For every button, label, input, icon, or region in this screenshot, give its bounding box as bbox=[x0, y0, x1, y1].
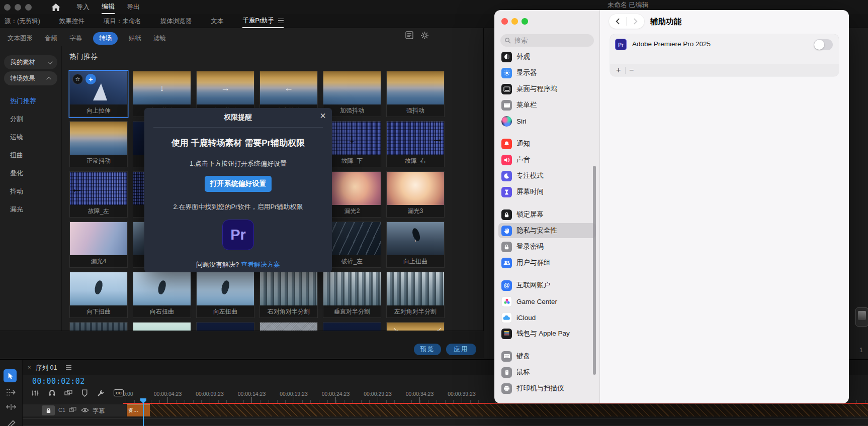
close-window-icon[interactable] bbox=[4, 4, 11, 11]
settings-sidebar-item-icloud[interactable]: iCloud bbox=[498, 310, 596, 325]
settings-sidebar-item-desktop-dock[interactable]: 桌面与程序坞 bbox=[498, 81, 596, 96]
transition-card[interactable]: 垂直对半分割 bbox=[323, 272, 381, 318]
transition-card[interactable]: ↓向下扭曲 bbox=[69, 272, 128, 318]
add-plus-icon[interactable]: + bbox=[85, 74, 96, 84]
panel-tab[interactable]: 源：(无剪辑) bbox=[5, 14, 40, 28]
top-menu-item[interactable]: 导出 bbox=[127, 1, 140, 14]
mac-minimize-icon[interactable] bbox=[511, 18, 518, 25]
search-input[interactable] bbox=[513, 36, 579, 45]
close-icon[interactable]: × bbox=[320, 110, 326, 122]
settings-sidebar-item-login-password[interactable]: 登录密码 bbox=[498, 239, 596, 254]
transition-card[interactable] bbox=[69, 322, 128, 331]
settings-sidebar-item-internet-accounts[interactable]: @互联网账户 bbox=[498, 278, 596, 293]
add-app-button[interactable]: + bbox=[616, 65, 621, 75]
reading-list-icon[interactable] bbox=[405, 31, 413, 40]
settings-sidebar-item-displays[interactable]: 显示器 bbox=[498, 65, 596, 80]
panel-menu-icon[interactable] bbox=[278, 19, 284, 23]
timeline-settings-icon[interactable] bbox=[31, 389, 40, 397]
transition-card[interactable]: 强抖动 bbox=[386, 71, 445, 117]
transition-card[interactable]: ☆+向上拉伸 bbox=[69, 71, 128, 117]
sidebar-section-my-assets[interactable]: 我的素材 bbox=[4, 55, 57, 69]
plugin-subtab[interactable]: 贴纸 bbox=[128, 32, 142, 45]
settings-sidebar-item-sound[interactable]: 声音 bbox=[498, 152, 596, 167]
transition-card[interactable]: →故障_右 bbox=[386, 121, 445, 167]
sidebar-scrollbar[interactable] bbox=[593, 166, 596, 375]
transition-card[interactable] bbox=[259, 322, 318, 331]
close-sequence-icon[interactable]: × bbox=[28, 364, 31, 370]
forward-chevron-icon[interactable] bbox=[627, 14, 644, 29]
panel-menu-icon[interactable] bbox=[66, 365, 71, 370]
transition-card[interactable]: 漏光3 bbox=[386, 171, 445, 218]
plugin-subtab[interactable]: 滤镜 bbox=[152, 32, 167, 45]
minimize-window-icon[interactable] bbox=[15, 4, 21, 11]
sidebar-item[interactable]: 抖动 bbox=[10, 182, 36, 200]
caption-clip[interactable]: 资… bbox=[127, 404, 150, 416]
remove-app-button[interactable]: − bbox=[629, 65, 634, 75]
transition-card[interactable] bbox=[323, 322, 381, 331]
sidebar-section-transitions[interactable]: 转场效果 bbox=[4, 71, 57, 85]
transition-card[interactable] bbox=[196, 322, 254, 331]
ripple-edit-tool-icon[interactable] bbox=[6, 403, 17, 412]
app-row[interactable]: Pr Adobe Premiere Pro 2025 bbox=[610, 34, 839, 55]
transition-card[interactable]: ←故障_左 bbox=[69, 171, 128, 218]
transition-card[interactable]: ↑向上扭曲 bbox=[386, 222, 445, 268]
transition-card[interactable]: ↘↙ bbox=[386, 322, 445, 331]
settings-sidebar-item-siri[interactable]: Siri bbox=[498, 114, 596, 129]
preview-button[interactable]: 预览 bbox=[414, 344, 441, 355]
transition-card[interactable]: ←向左扭曲 bbox=[196, 272, 254, 318]
track-select-forward-tool-icon[interactable] bbox=[6, 388, 17, 397]
settings-sidebar-item-keyboard[interactable]: 键盘 bbox=[498, 349, 596, 364]
settings-sidebar-item-appearance[interactable]: 外观 bbox=[498, 49, 596, 64]
apply-button[interactable]: 应用 bbox=[446, 344, 476, 355]
captions-icon[interactable]: CC bbox=[114, 389, 124, 396]
panel-tab[interactable]: 千鹿Pr助手 bbox=[242, 14, 284, 28]
home-icon[interactable] bbox=[51, 3, 61, 12]
plugin-subtab[interactable]: 字幕 bbox=[68, 32, 83, 45]
settings-sidebar-item-privacy-security[interactable]: 隐私与安全性 bbox=[498, 223, 596, 238]
panel-tab[interactable]: 项目：未命名 bbox=[104, 14, 141, 28]
sidebar-item[interactable]: 分割 bbox=[10, 110, 36, 128]
settings-sidebar-item-menu-bar[interactable]: 菜单栏 bbox=[498, 97, 596, 113]
settings-sidebar-item-game-center[interactable]: Game Center bbox=[498, 294, 596, 309]
pen-tool-icon[interactable] bbox=[6, 419, 17, 426]
back-chevron-icon[interactable] bbox=[609, 14, 626, 29]
plugin-subtab[interactable]: 转场 bbox=[93, 32, 118, 45]
transition-card[interactable]: 向右扭曲 bbox=[133, 272, 191, 318]
settings-sidebar-item-wallet[interactable]: 钱包与 Apple Pay bbox=[498, 326, 596, 341]
sequence-tab[interactable]: 序列 01 bbox=[36, 364, 57, 372]
selection-tool-icon[interactable] bbox=[4, 369, 17, 382]
open-system-preferences-button[interactable]: 打开系统偏好设置 bbox=[205, 176, 272, 192]
settings-sidebar-item-users-groups[interactable]: 用户与群组 bbox=[498, 255, 596, 270]
settings-search-field[interactable] bbox=[500, 34, 594, 47]
transition-card[interactable] bbox=[133, 322, 191, 331]
sidebar-item[interactable]: 扭曲 bbox=[10, 146, 36, 164]
mac-zoom-icon[interactable] bbox=[522, 18, 528, 25]
settings-sidebar-item-printers[interactable]: 打印机与扫描仪 bbox=[498, 381, 596, 396]
panel-tab[interactable]: 媒体浏览器 bbox=[160, 14, 192, 28]
transition-card[interactable]: 漏光4 bbox=[69, 222, 128, 268]
plugin-subtab[interactable]: 文本图形 bbox=[7, 32, 34, 45]
favorite-star-icon[interactable]: ☆ bbox=[72, 74, 83, 84]
settings-sidebar-item-notifications[interactable]: 通知 bbox=[498, 136, 596, 151]
sidebar-item[interactable]: 运镜 bbox=[10, 128, 36, 146]
sidebar-item[interactable]: 漏光 bbox=[10, 200, 36, 219]
top-menu-item[interactable]: 编辑 bbox=[102, 0, 115, 14]
transition-card[interactable]: 左对角对半分割 bbox=[386, 272, 445, 318]
settings-sidebar-item-screen-time[interactable]: 屏幕时间 bbox=[498, 184, 596, 199]
accessibility-toggle[interactable] bbox=[814, 39, 833, 50]
track-visibility-eye-icon[interactable] bbox=[81, 407, 89, 413]
settings-sidebar-item-focus[interactable]: 专注模式 bbox=[498, 168, 596, 183]
plugin-subtab[interactable]: 音频 bbox=[44, 32, 58, 45]
transition-card[interactable]: 正常抖动 bbox=[69, 121, 128, 167]
transition-card[interactable]: 右对角对半分割 bbox=[259, 272, 318, 318]
gear-icon[interactable] bbox=[420, 31, 429, 40]
wrench-icon[interactable] bbox=[97, 389, 106, 397]
panel-tab[interactable]: 效果控件 bbox=[59, 14, 84, 28]
sidebar-item[interactable]: 叠化 bbox=[10, 164, 36, 182]
top-menu-item[interactable]: 导入 bbox=[76, 1, 90, 14]
add-marker-icon[interactable] bbox=[81, 389, 91, 397]
zoom-window-icon[interactable] bbox=[25, 4, 32, 11]
track-sync-icon[interactable] bbox=[69, 406, 76, 413]
track-lock-icon[interactable] bbox=[42, 405, 55, 415]
solution-link[interactable]: 查看解决方案 bbox=[241, 261, 280, 268]
